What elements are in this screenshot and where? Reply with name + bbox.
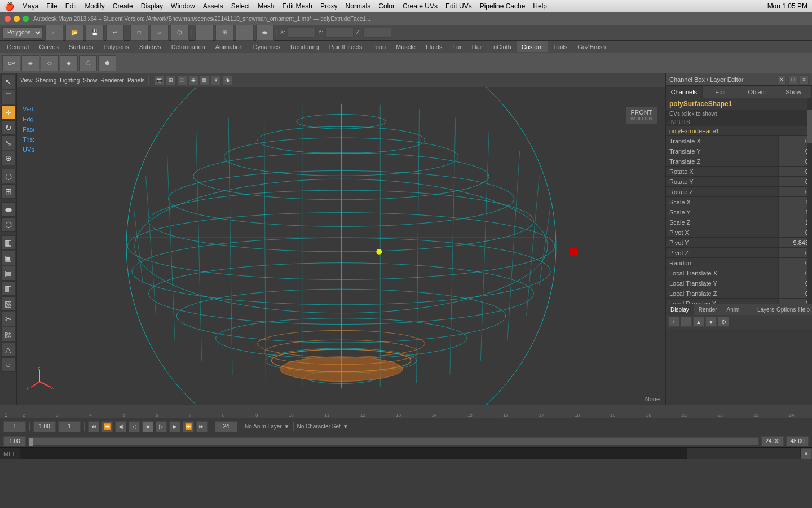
cb-cv-text[interactable]: CVs (click to show) bbox=[666, 110, 812, 118]
pb-play-fwd-btn[interactable]: ▷ bbox=[156, 421, 167, 432]
channel-box-scrollbar-thumb[interactable] bbox=[807, 110, 812, 143]
menu-normals[interactable]: Normals bbox=[346, 2, 371, 10]
cb-val-scale-z[interactable]: 1 bbox=[778, 217, 812, 227]
shelf-tab-hair[interactable]: Hair bbox=[467, 41, 488, 52]
vp-menu-show[interactable]: Show bbox=[83, 77, 97, 84]
shelf-tab-animation[interactable]: Animation bbox=[211, 41, 248, 52]
select-icon[interactable]: □ bbox=[130, 25, 148, 41]
pb-stop-btn[interactable]: ■ bbox=[142, 421, 153, 432]
menu-create[interactable]: Create bbox=[113, 2, 133, 10]
menu-maya[interactable]: Maya bbox=[22, 2, 38, 10]
char-set-dropdown-icon[interactable]: ▼ bbox=[343, 423, 348, 430]
range-start-input[interactable] bbox=[3, 436, 26, 446]
layer-delete-btn[interactable]: − bbox=[681, 317, 692, 327]
minimize-button[interactable] bbox=[14, 16, 20, 22]
start-frame-input[interactable] bbox=[33, 421, 56, 432]
vp-textured-icon[interactable]: ▦ bbox=[200, 75, 210, 85]
layer-new-btn[interactable]: + bbox=[668, 317, 679, 327]
cb-val-translate-y[interactable]: 0 bbox=[778, 146, 812, 156]
soft-select-tool[interactable]: ◌ bbox=[1, 169, 16, 183]
cb-val-local-dir-x[interactable]: 1 bbox=[778, 299, 812, 304]
shelf-tab-deformation[interactable]: Deformation bbox=[167, 41, 210, 52]
shelf-tab-dynamics[interactable]: Dynamics bbox=[249, 41, 285, 52]
anim-layer-dropdown-icon[interactable]: ▼ bbox=[284, 423, 290, 430]
cb-val-pivot-z[interactable]: 0 bbox=[778, 248, 812, 257]
z-field[interactable] bbox=[363, 28, 391, 38]
shelf-tab-polygons[interactable]: Polygons bbox=[99, 41, 133, 52]
append-tool[interactable]: ▨ bbox=[1, 327, 16, 341]
current-frame-input[interactable] bbox=[3, 421, 26, 432]
shelf-icon-4[interactable]: ⬡ bbox=[79, 55, 97, 71]
end-frame-input[interactable] bbox=[58, 421, 81, 432]
snap-surface-icon[interactable]: ⬬ bbox=[256, 25, 274, 41]
pb-play-back-btn[interactable]: ◁ bbox=[129, 421, 140, 432]
rotate-tool[interactable]: ↻ bbox=[1, 120, 16, 135]
snap-curve-icon[interactable]: ⌒ bbox=[236, 25, 254, 41]
cb-val-scale-y[interactable]: 1 bbox=[778, 207, 812, 217]
shelf-tab-painteffects[interactable]: PaintEffects bbox=[325, 41, 367, 52]
cut-tool[interactable]: ✂ bbox=[1, 312, 16, 326]
vp-menu-lighting[interactable]: Lighting bbox=[60, 77, 80, 84]
y-field[interactable] bbox=[325, 28, 354, 38]
bridge-tool[interactable]: ▤ bbox=[1, 266, 16, 281]
shelf-tab-general[interactable]: General bbox=[2, 41, 33, 52]
cb-val-rotate-x[interactable]: 0 bbox=[778, 167, 812, 176]
shelf-tab-ncloth[interactable]: nCloth bbox=[489, 41, 516, 52]
menu-proxy[interactable]: Proxy bbox=[320, 2, 338, 10]
pb-prev-key-btn[interactable]: ⏪ bbox=[102, 421, 113, 432]
snap-grid-icon[interactable]: ⊞ bbox=[215, 25, 233, 41]
menu-assets[interactable]: Assets bbox=[203, 2, 223, 10]
total-range-input[interactable] bbox=[786, 436, 809, 446]
cb-tab-object[interactable]: Object bbox=[739, 86, 776, 98]
cb-val-rotate-y[interactable]: 0 bbox=[778, 177, 812, 186]
shelf-tab-muscle[interactable]: Muscle bbox=[391, 41, 420, 52]
menu-color[interactable]: Color bbox=[378, 2, 395, 10]
cb-val-pivot-y[interactable]: 9.843 bbox=[778, 238, 812, 247]
vp-shadow-icon[interactable]: ◑ bbox=[222, 75, 232, 85]
bevel-tool[interactable]: ▣ bbox=[1, 251, 16, 265]
cb-tab-channels[interactable]: Channels bbox=[666, 86, 703, 98]
merge-tool[interactable]: ▥ bbox=[1, 281, 16, 296]
shelf-tab-custom[interactable]: Custom bbox=[517, 41, 548, 52]
menu-mesh[interactable]: Mesh bbox=[258, 2, 274, 10]
x-field[interactable] bbox=[288, 28, 316, 38]
cb-object-name[interactable]: polySurfaceShape1 bbox=[666, 98, 812, 110]
shelf-icon-2[interactable]: ◇ bbox=[41, 55, 59, 71]
cmd-input-field[interactable] bbox=[20, 448, 687, 459]
shelf-icon-3[interactable]: ◆ bbox=[60, 55, 78, 71]
shelf-icon-5[interactable]: ⬢ bbox=[98, 55, 116, 71]
lasso-tool[interactable]: ⌒ bbox=[1, 90, 16, 104]
menu-display[interactable]: Display bbox=[141, 2, 163, 10]
vp-smooth-icon[interactable]: ◉ bbox=[188, 75, 198, 85]
vp-menu-renderer[interactable]: Renderer bbox=[100, 77, 124, 84]
scale-tool[interactable]: ⤡ bbox=[1, 135, 16, 150]
viewport-area[interactable]: View Shading Lighting Show Renderer Pane… bbox=[17, 73, 665, 405]
menu-file[interactable]: File bbox=[46, 2, 57, 10]
shelf-tab-surfaces[interactable]: Surfaces bbox=[64, 41, 98, 52]
timeline-ruler[interactable]: 1 2 3 4 5 6 7 8 9 10 11 12 13 14 15 16 1… bbox=[0, 405, 812, 418]
open-icon[interactable]: 📂 bbox=[65, 25, 83, 41]
home-icon[interactable]: ⌂ bbox=[45, 25, 63, 41]
cb-val-random[interactable]: 0 bbox=[778, 258, 812, 268]
maximize-button[interactable] bbox=[23, 16, 29, 22]
paint-icon[interactable]: ⬡ bbox=[171, 25, 189, 41]
vp-camera-icon[interactable]: 📷 bbox=[155, 75, 165, 85]
shelf-cp-icon[interactable]: CP bbox=[2, 55, 20, 71]
pb-next-key-btn[interactable]: ⏩ bbox=[183, 421, 194, 432]
cb-val-translate-x[interactable]: 0 bbox=[778, 136, 812, 146]
vp-grid-icon[interactable]: ⊞ bbox=[166, 75, 176, 85]
create-poly-tool[interactable]: △ bbox=[1, 342, 16, 357]
split-tool[interactable]: ▧ bbox=[1, 296, 16, 311]
shelf-tab-curves[interactable]: Curves bbox=[34, 41, 63, 52]
shelf-tab-fur[interactable]: Fur bbox=[448, 41, 466, 52]
snap-point-icon[interactable]: · bbox=[195, 25, 213, 41]
cb-val-scale-x[interactable]: 1 bbox=[778, 197, 812, 207]
universal-manip-tool[interactable]: ⊕ bbox=[1, 151, 16, 165]
paint-tool[interactable]: ⬡ bbox=[1, 217, 16, 232]
menu-edit[interactable]: Edit bbox=[65, 2, 77, 10]
traffic-lights[interactable] bbox=[5, 16, 29, 22]
vp-light-icon[interactable]: ☀ bbox=[211, 75, 221, 85]
lasso-icon[interactable]: ○ bbox=[151, 25, 169, 41]
cb-val-rotate-z[interactable]: 0 bbox=[778, 187, 812, 196]
cb-val-local-translate-z[interactable]: 0 bbox=[778, 288, 812, 298]
